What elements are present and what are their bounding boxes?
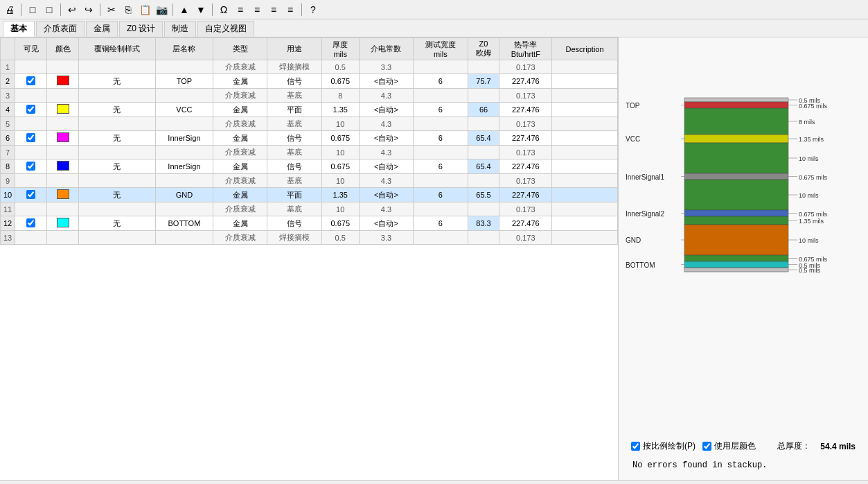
row-description-cell [552,74,618,89]
row-visible-cell[interactable] [15,216,47,231]
visible-checkbox[interactable] [26,190,35,199]
row-visible-cell[interactable] [15,231,47,245]
row-thermal-cell: 0.173 [499,174,552,188]
toolbar-separator6 [301,3,302,16]
row-pattern-cell [78,231,155,245]
row-testwidth-cell: 6 [414,159,468,174]
scale-drawing-checkbox-label[interactable]: 按比例绘制(P) [631,440,696,452]
table-row: 4无VCC金属平面1.35<自动>666227.476 [1,103,618,117]
row-type-cell: 金属 [213,216,267,231]
row-thickness-cell: 1.35 [321,188,359,202]
row-visible-cell[interactable] [15,188,47,202]
row-name-cell [155,174,213,188]
tabbar: 基本 介质表面 金属 Z0 设计 制造 自定义视图 [0,19,868,37]
row-thermal-cell: 227.476 [499,216,552,231]
row-thickness-cell: 0.675 [321,74,359,89]
tab-manufacture[interactable]: 制造 [164,21,196,37]
row-visible-cell[interactable] [15,174,47,188]
row-z0-cell: 65.5 [468,188,499,202]
row-number: 2 [1,74,15,89]
row-z0-cell [468,202,499,216]
redo-icon[interactable]: ↪ [82,3,96,17]
align-icon4[interactable]: ≡ [267,3,281,17]
toolbar-separator [21,3,21,16]
move-up-icon[interactable]: ▲ [177,3,191,17]
row-number: 12 [1,216,15,231]
print-icon[interactable]: 🖨 [3,3,17,17]
row-thickness-cell: 0.675 [321,216,359,231]
row-number: 9 [1,174,15,188]
use-layer-color-checkbox[interactable] [702,442,711,451]
visible-checkbox[interactable] [26,162,35,171]
row-visible-cell[interactable] [15,131,47,146]
row-pattern-cell: 无 [78,159,155,174]
col-visible-header: 可见 [15,38,47,60]
row-name-cell: GND [155,188,213,202]
align-icon2[interactable]: ≡ [233,3,247,17]
row-thickness-cell: 0.5 [321,60,359,74]
paste-icon[interactable]: 📋 [138,3,152,17]
visible-checkbox[interactable] [26,76,35,85]
screenshot-icon[interactable]: 📷 [154,3,168,17]
row-dielectric-cell: <自动> [359,103,413,117]
cut-icon[interactable]: ✂ [105,3,118,17]
row-use-cell: 基底 [267,146,321,159]
copy-icon[interactable]: ⎘ [121,3,135,17]
row-visible-cell[interactable] [15,103,47,117]
layer-left-label: VCC [626,135,640,143]
no-errors-message: No errors found in stackup. [626,458,861,473]
visible-checkbox[interactable] [26,218,35,227]
row-number: 13 [1,231,15,245]
undo-icon[interactable]: ↩ [65,3,79,17]
row-name-cell [155,146,213,159]
layer-left-label: InnerSignal1 [626,173,665,180]
row-testwidth-cell [414,60,468,74]
layer-right-label: 0.675 mils [799,173,828,180]
row-thermal-cell: 227.476 [499,188,552,202]
row-name-cell [155,202,213,216]
svg-rect-7 [684,135,788,143]
row-z0-cell: 65.4 [468,159,499,174]
tab-metal[interactable]: 金属 [86,21,118,37]
row-z0-cell: 65.4 [468,131,499,146]
row-testwidth-cell [414,174,468,188]
row-z0-cell [468,89,499,103]
row-color-cell [47,231,79,245]
row-pattern-cell: 无 [78,131,155,146]
save-icon[interactable]: □ [42,3,56,17]
row-number: 6 [1,131,15,146]
tab-basic[interactable]: 基本 [3,21,35,37]
move-down-icon[interactable]: ▼ [194,3,208,17]
align-icon1[interactable]: Ω [217,3,231,17]
use-layer-color-checkbox-label[interactable]: 使用层颜色 [702,440,756,452]
row-use-cell: 焊接摘模 [267,231,321,245]
row-dielectric-cell: 3.3 [359,60,413,74]
visible-checkbox[interactable] [26,133,35,142]
tab-z0-design[interactable]: Z0 设计 [119,21,163,37]
row-thickness-cell: 0.675 [321,159,359,174]
align-icon5[interactable]: ≡ [283,3,297,17]
new-icon[interactable]: □ [26,3,39,17]
row-visible-cell[interactable] [15,159,47,174]
row-visible-cell[interactable] [15,146,47,159]
row-use-cell: 信号 [267,159,321,174]
scale-drawing-label: 按比例绘制(P) [643,440,696,452]
visible-checkbox[interactable] [26,105,35,114]
color-swatch [57,189,69,199]
row-visible-cell[interactable] [15,117,47,131]
layer-right-label: 10 mils [799,192,819,199]
row-visible-cell[interactable] [15,74,47,89]
scale-drawing-checkbox[interactable] [631,442,640,451]
row-visible-cell[interactable] [15,89,47,103]
col-thickness-header: 厚度mils [321,38,359,60]
tab-custom-view[interactable]: 自定义视图 [197,21,254,37]
row-visible-cell[interactable] [15,60,47,74]
tab-dielectric-surface[interactable]: 介质表面 [36,21,85,37]
help-icon[interactable]: ? [306,3,320,17]
align-icon3[interactable]: ≡ [250,3,264,17]
row-color-cell [47,159,79,174]
col-pattern-header: 覆铜绘制样式 [78,38,155,60]
right-panel: 0.5 mils0.675 milsTOP8 mils1.35 milsVCC1… [619,37,868,480]
row-name-cell [155,89,213,103]
row-visible-cell[interactable] [15,202,47,216]
